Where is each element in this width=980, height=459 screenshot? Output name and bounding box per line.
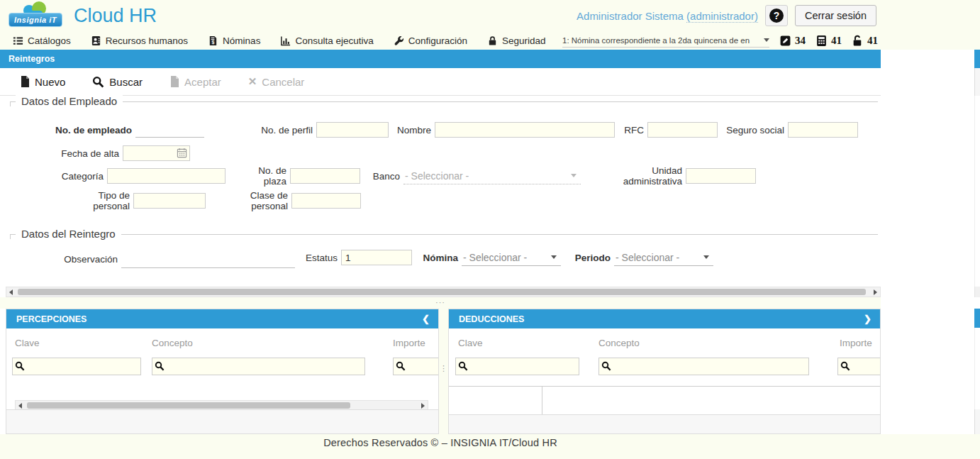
deducciones-header: DEDUCCIONES ❯: [449, 309, 880, 328]
ssn-input[interactable]: [788, 122, 858, 138]
personnel-type-label: Tipo de personal: [64, 190, 130, 211]
ssn-label: Seguro social: [723, 125, 784, 136]
payroll-select[interactable]: - Seleccionar -: [462, 249, 561, 266]
bank-label: Banco: [369, 171, 400, 182]
deducciones-empty-row[interactable]: [449, 386, 880, 416]
horizontal-splitter[interactable]: ···: [0, 297, 881, 309]
insignia-logo[interactable]: Insignia iT: [7, 1, 64, 30]
column-clave: Clave: [458, 338, 483, 348]
observation-label: Observación: [64, 254, 118, 265]
top-bar-right: Administrador Sistema (administrador) ? …: [577, 5, 876, 26]
search-icon: [601, 361, 611, 371]
column-importe: Importe: [393, 338, 425, 348]
scrollbar-thumb[interactable]: [27, 402, 350, 409]
bank-select[interactable]: - Seleccionar -: [403, 167, 581, 184]
employee-no-input[interactable]: [135, 122, 204, 138]
scroll-left-arrow[interactable]: [18, 403, 22, 409]
chevron-down-icon: [764, 38, 769, 42]
observation-input[interactable]: [121, 250, 295, 268]
search-icon: [458, 361, 468, 371]
menu-consulta-ejecutiva[interactable]: Consulta ejecutiva: [280, 35, 373, 46]
profile-no-input[interactable]: [316, 122, 389, 138]
column-importe: Importe: [840, 338, 872, 348]
unlock-icon: [852, 35, 864, 47]
cancel-x-icon: ✕: [248, 75, 257, 88]
category-input[interactable]: [107, 168, 225, 184]
form-horizontal-scrollbar[interactable]: [6, 287, 881, 297]
personnel-type-input[interactable]: [133, 193, 206, 209]
rfc-input[interactable]: [647, 122, 718, 138]
position-no-input[interactable]: [290, 168, 360, 184]
position-no-label: No. de plaza: [234, 165, 286, 187]
splitter-grip-icon: ⋮: [440, 364, 447, 373]
scroll-right-arrow[interactable]: [874, 289, 877, 295]
period-select[interactable]: - Seleccionar -: [614, 249, 713, 266]
collapse-right-icon[interactable]: ❯: [864, 314, 872, 324]
percepciones-footer-strip: [6, 409, 438, 433]
column-concepto: Concepto: [598, 338, 640, 348]
menu-catalogos[interactable]: Catálogos: [13, 35, 71, 46]
accept-button[interactable]: Aceptar: [169, 76, 221, 88]
app-title: Cloud HR: [74, 5, 157, 27]
record-toolbar: Nuevo Buscar Aceptar ✕ Cancelar: [0, 68, 881, 96]
personnel-class-label: Clase de personal: [220, 190, 288, 211]
cancel-button[interactable]: ✕ Cancelar: [248, 75, 305, 88]
chevron-down-icon: [571, 174, 577, 177]
cell-divider: [542, 387, 542, 415]
profile-no-label: No. de perfil: [255, 125, 313, 136]
employee-fieldset-border: [10, 101, 878, 102]
chevron-down-icon: [551, 255, 557, 259]
list-icon: [13, 35, 23, 46]
menu-nominas[interactable]: $ Nóminas: [208, 35, 260, 46]
logout-button[interactable]: Cerrar sesión: [795, 5, 876, 26]
search-button[interactable]: Buscar: [92, 76, 143, 88]
percepciones-concepto-filter-input[interactable]: [152, 358, 365, 375]
logo-badge: Insignia iT: [9, 13, 62, 27]
locked-counter[interactable]: 41: [852, 35, 878, 47]
menu-configuracion[interactable]: Configuración: [394, 35, 467, 46]
chevron-down-icon: [703, 255, 709, 259]
status-input[interactable]: [341, 250, 412, 265]
name-input[interactable]: [435, 122, 615, 138]
category-label: Categoría: [54, 171, 104, 182]
scroll-right-arrow[interactable]: [421, 403, 425, 409]
search-icon: [396, 361, 406, 371]
admin-unit-label: Unidad administrativa: [596, 165, 682, 187]
percepciones-clave-filter-input[interactable]: [12, 358, 141, 375]
new-button[interactable]: Nuevo: [20, 76, 65, 88]
help-button[interactable]: ?: [765, 5, 788, 26]
deducciones-clave-filter-input[interactable]: [455, 358, 579, 375]
deducciones-panel: DEDUCCIONES ❯ Clave Concepto Importe: [448, 309, 881, 434]
copyright-footer: Derechos Reservados © – INSIGNIA IT/Clou…: [0, 437, 881, 448]
lock-icon: [487, 35, 498, 46]
calendar-icon[interactable]: [177, 148, 187, 158]
deducciones-concepto-filter-input[interactable]: [598, 358, 809, 375]
rfc-label: RFC: [610, 125, 644, 136]
search-icon: [155, 361, 165, 371]
calculator-icon: [815, 35, 828, 47]
reintegro-section-title: Datos del Reintegro: [16, 228, 121, 240]
admin-unit-input[interactable]: [686, 168, 756, 184]
percepciones-header: PERCEPCIONES ❮: [6, 309, 438, 328]
vertical-splitter[interactable]: ⋮: [439, 309, 448, 434]
personnel-class-input[interactable]: [291, 193, 361, 209]
page-title: Reintegros: [0, 50, 881, 68]
edit-counter[interactable]: 34: [779, 35, 806, 47]
scrollbar-thumb[interactable]: [18, 289, 866, 295]
scroll-left-arrow[interactable]: [9, 289, 13, 295]
menu-seguridad[interactable]: Seguridad: [487, 35, 546, 46]
collapse-left-icon[interactable]: ❮: [422, 314, 430, 324]
payroll-period-select[interactable]: 1: Nómina correspondiente a la 2da quinc…: [562, 33, 769, 48]
svg-text:$: $: [212, 40, 215, 45]
period-label: Periodo: [572, 253, 611, 263]
app-window: Insignia iT Cloud HR Administrador Siste…: [0, 0, 980, 459]
calculated-counter[interactable]: 41: [815, 35, 842, 47]
employee-no-label: No. de empleado: [43, 125, 132, 136]
reintegros-form: Datos del Empleado No. de empleado No. d…: [0, 96, 881, 287]
payroll-document-icon: $: [208, 35, 218, 46]
menu-recursos-humanos[interactable]: Recursos humanos: [91, 35, 188, 46]
search-icon: [92, 76, 104, 88]
contact-card-icon: [91, 35, 101, 46]
current-user-link[interactable]: Administrador Sistema (administrador): [577, 10, 758, 22]
new-document-icon: [20, 76, 30, 87]
